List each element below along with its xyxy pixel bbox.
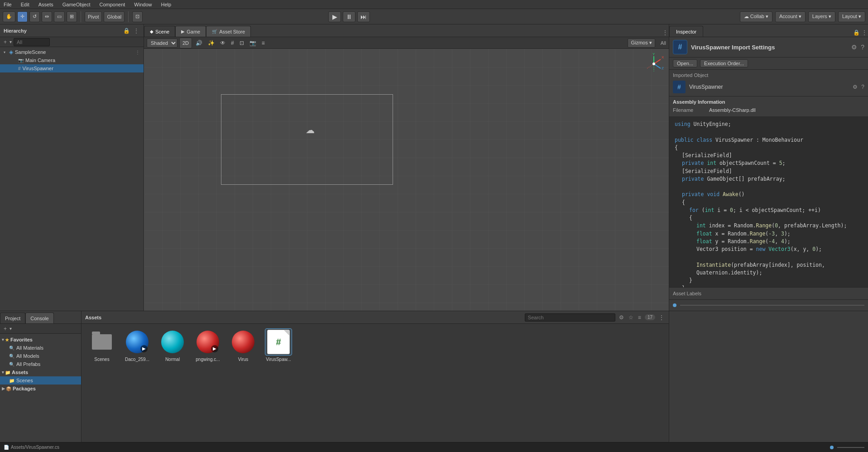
- execution-order-btn[interactable]: Execution Order...: [700, 59, 748, 67]
- audio-btn[interactable]: 🔊: [194, 39, 204, 47]
- layers-btn[interactable]: Layers ▾: [808, 11, 835, 22]
- imported-help-icon[interactable]: ?: [861, 84, 864, 90]
- collab-btn[interactable]: ☁ Collab ▾: [740, 11, 772, 22]
- code-line-14: int index = Random.Range(0, prefabArray.…: [675, 222, 863, 230]
- scene-view[interactable]: ☁ X Y Z: [144, 49, 669, 311]
- scene-menu[interactable]: ⋮: [135, 50, 140, 55]
- code-line-4: {: [675, 144, 863, 152]
- all-prefabs-item[interactable]: 🔍 All Prefabs: [0, 360, 81, 368]
- 2d-btn[interactable]: 2D: [179, 38, 192, 48]
- inspector-lock-btn[interactable]: 🔒: [852, 29, 861, 37]
- code-line-8: private GameObject[] prefabArray;: [675, 175, 863, 183]
- console-tab[interactable]: Console: [25, 313, 53, 323]
- inspector-tabs: Inspector 🔒 ⋮: [669, 24, 868, 37]
- menu-window[interactable]: Window: [132, 2, 153, 7]
- assets-settings-icon[interactable]: ⚙: [618, 313, 625, 322]
- pause-btn[interactable]: ⏸: [343, 11, 355, 22]
- daco-asset[interactable]: Daco_259...: [121, 328, 153, 362]
- hierarchy-panel: Hierarchy 🔒 ⋮ + ▾ ▾ ◈ SampleScene ⋮ 📷: [0, 24, 144, 311]
- play-btn[interactable]: ▶: [328, 11, 341, 22]
- daco-sphere: [126, 331, 149, 353]
- assembly-info-title: Assembly Information: [673, 99, 864, 105]
- menu-gameobject[interactable]: GameObject: [61, 2, 92, 7]
- global-btn[interactable]: Global: [104, 11, 125, 22]
- status-slider[interactable]: [837, 447, 864, 448]
- inspector-tab[interactable]: Inspector: [669, 26, 703, 37]
- grid-btn[interactable]: #: [229, 39, 236, 47]
- scene-tab[interactable]: ◆ Scene: [144, 26, 175, 37]
- scenes-asset[interactable]: Scenes: [86, 328, 118, 362]
- assets-panel-title: Assets: [85, 315, 101, 320]
- effect-btn[interactable]: ✨: [206, 39, 216, 47]
- layout-btn[interactable]: Layout ▾: [838, 11, 865, 22]
- menu-component[interactable]: Component: [97, 2, 127, 7]
- folder-shape: [92, 334, 112, 350]
- hierarchy-menu-btn[interactable]: ⋮: [133, 27, 140, 35]
- imported-settings-icon[interactable]: ⚙: [853, 84, 858, 90]
- account-btn[interactable]: Account ▾: [775, 11, 806, 22]
- assets-tree-header[interactable]: ▾ 📁 Assets: [0, 368, 81, 376]
- hierarchy-virusspawner-item[interactable]: # VirusSpawner: [0, 64, 144, 72]
- slider-track[interactable]: [680, 305, 864, 306]
- hierarchy-maincamera-item[interactable]: 📷 Main Camera: [0, 56, 144, 64]
- step-btn[interactable]: ⏭: [357, 11, 370, 22]
- inspector-settings-icon[interactable]: ⚙: [851, 43, 857, 51]
- normal-asset[interactable]: Normal: [157, 328, 188, 362]
- virusspawner-asset[interactable]: VirusSpaw...: [263, 328, 294, 362]
- camera-btn[interactable]: 📷: [248, 39, 258, 47]
- menu-assets[interactable]: Assets: [37, 2, 55, 7]
- hide-btn[interactable]: 👁: [218, 39, 227, 47]
- all-materials-item[interactable]: 🔍 All Materials: [0, 344, 81, 352]
- favorites-header[interactable]: ▾ ★ Favorites: [0, 336, 81, 344]
- menu-file[interactable]: File: [2, 2, 14, 7]
- shading-mode-select[interactable]: Shaded: [147, 38, 177, 48]
- menu-help[interactable]: Help: [159, 2, 173, 7]
- inspector-slider-row: [669, 299, 868, 311]
- code-line-18: [675, 253, 863, 261]
- virusspawner-cs-file-icon: [267, 330, 290, 354]
- project-tab[interactable]: Project: [0, 313, 25, 323]
- extra-tool-btn[interactable]: ⊡: [132, 11, 143, 22]
- bottom-right-inspector: [669, 311, 868, 442]
- menu-edit[interactable]: Edit: [19, 2, 31, 7]
- transform-tool-btn[interactable]: ⊞: [67, 11, 77, 22]
- pngwing-asset[interactable]: pngwing.c...: [192, 328, 224, 362]
- open-btn[interactable]: Open...: [673, 59, 697, 67]
- scenes-label: Scenes: [16, 378, 33, 383]
- gizmos-all-label: All: [661, 40, 666, 46]
- inspector-help-icon[interactable]: ?: [861, 43, 864, 51]
- more-btn[interactable]: ≡: [260, 39, 267, 47]
- game-tab[interactable]: ▶ Game: [175, 26, 206, 37]
- rotate-tool-btn[interactable]: ↺: [29, 11, 40, 22]
- assets-star-icon[interactable]: ☆: [628, 313, 634, 322]
- rect-tool-btn[interactable]: ▭: [54, 11, 65, 22]
- daco-thumb: [124, 328, 151, 356]
- scene-icon: ◈: [9, 49, 13, 55]
- virus-asset[interactable]: Virus: [227, 328, 259, 362]
- hierarchy-add-btn[interactable]: +: [3, 38, 8, 46]
- pivot-btn[interactable]: Pivot: [85, 11, 102, 22]
- separator-1: [81, 11, 81, 22]
- asset-store-tab[interactable]: 🛒 Asset Store: [206, 26, 251, 37]
- assets-search-input[interactable]: [525, 313, 615, 322]
- gizmos-btn[interactable]: Gizmos ▾: [628, 38, 655, 48]
- code-line-13: {: [675, 214, 863, 222]
- view-btn[interactable]: ⊡: [238, 39, 246, 47]
- hand-tool-btn[interactable]: ✋: [3, 11, 15, 22]
- hierarchy-lock-btn[interactable]: 🔒: [122, 27, 131, 35]
- packages-header[interactable]: ▶ 📦 Packages: [0, 385, 81, 393]
- project-add-btn[interactable]: +: [3, 325, 8, 333]
- inspector-menu-btn[interactable]: ⋮: [861, 29, 868, 37]
- all-models-item[interactable]: 🔍 All Models: [0, 352, 81, 360]
- assets-panel-menu[interactable]: ⋮: [658, 313, 665, 322]
- favorites-label: Favorites: [10, 337, 33, 342]
- scenes-tree-item[interactable]: 📁 Scenes: [0, 376, 81, 385]
- project-content: ▾ ★ Favorites 🔍 All Materials 🔍 All Mode…: [0, 334, 81, 442]
- virus-sphere: [232, 331, 254, 353]
- scale-tool-btn[interactable]: ⇔: [42, 11, 52, 22]
- assets-sort-icon[interactable]: ≡: [637, 313, 642, 322]
- hierarchy-scene-item[interactable]: ▾ ◈ SampleScene ⋮: [0, 48, 144, 56]
- scene-panel-menu[interactable]: ⋮: [662, 29, 669, 37]
- move-tool-btn[interactable]: ✛: [17, 11, 28, 22]
- hierarchy-search-input[interactable]: [14, 38, 50, 46]
